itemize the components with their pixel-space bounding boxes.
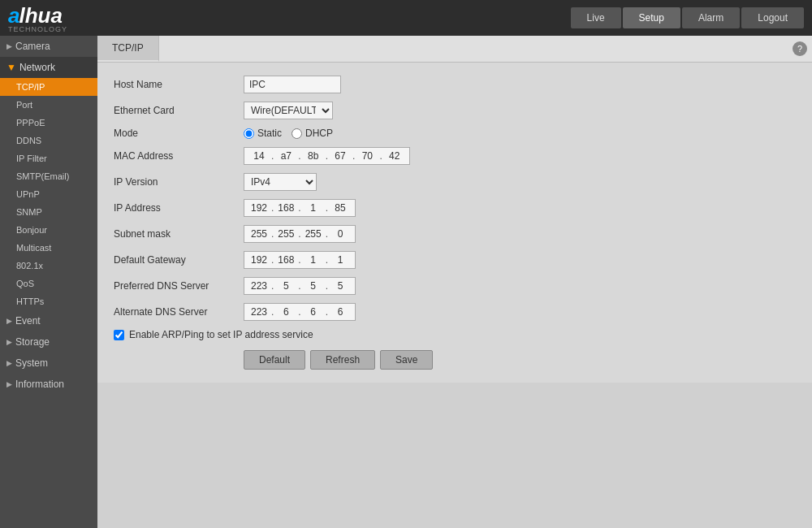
gateway-seg-2[interactable] [302, 254, 325, 266]
ip-address-input: . . . [244, 199, 356, 217]
mac-seg-3[interactable] [329, 150, 352, 162]
mac-seg-1[interactable] [274, 150, 297, 162]
nav-alarm[interactable]: Alarm [682, 7, 740, 28]
ip-address-row: IP Address . . . [114, 199, 796, 217]
pdns-seg-2[interactable] [302, 280, 325, 292]
preferred-dns-control: . . . [244, 277, 356, 295]
nav-logout[interactable]: Logout [741, 7, 804, 28]
ethernet-card-label: Ethernet Card [114, 105, 244, 116]
sidebar-item-camera[interactable]: ▶ Camera [0, 36, 97, 57]
ethernet-card-row: Ethernet Card Wire(DEFAULT) [114, 102, 796, 119]
arp-checkbox[interactable] [114, 330, 124, 340]
subnet-mask-control: . . . [244, 225, 356, 243]
sidebar-item-8021x[interactable]: 802.1x [0, 257, 97, 275]
nav-setup[interactable]: Setup [623, 7, 680, 28]
mode-dhcp-radio[interactable] [292, 128, 302, 139]
subnet-seg-2[interactable] [302, 228, 325, 240]
logo-sub: TECHNOLOGY [8, 25, 67, 33]
sidebar-section-system: ▶ System [0, 353, 97, 374]
sidebar-item-snmp[interactable]: SNMP [0, 203, 97, 221]
mac-control: . . . . . [244, 147, 410, 165]
sidebar-item-bonjour[interactable]: Bonjour [0, 221, 97, 239]
ip-seg-1[interactable] [274, 202, 297, 214]
mac-row: MAC Address . . . . . [114, 147, 796, 165]
mode-label: Mode [114, 128, 244, 139]
default-button[interactable]: Default [244, 350, 305, 370]
content-inner: TCP/IP ? Host Name Ethernet Card [97, 36, 812, 383]
preferred-dns-input: . . . [244, 277, 356, 295]
adns-seg-2[interactable] [302, 306, 325, 318]
host-name-input[interactable] [244, 76, 341, 93]
sidebar-item-tcpip[interactable]: TCP/IP [0, 78, 97, 96]
mac-seg-4[interactable] [356, 150, 378, 162]
pdns-seg-0[interactable] [248, 280, 270, 292]
sidebar-item-storage[interactable]: ▶ Storage [0, 331, 97, 353]
ip-version-select[interactable]: IPv4 [244, 173, 317, 191]
arp-checkbox-label: Enable ARP/Ping to set IP address servic… [129, 329, 313, 340]
adns-seg-0[interactable] [248, 306, 270, 318]
adns-seg-1[interactable] [274, 306, 297, 318]
button-row: Default Refresh Save [114, 350, 796, 370]
subnet-seg-1[interactable] [274, 228, 297, 240]
logo-area: alhua TECHNOLOGY [8, 3, 67, 33]
ip-seg-2[interactable] [302, 202, 325, 214]
gateway-seg-0[interactable] [248, 254, 270, 266]
arrow-icon-information: ▶ [6, 380, 12, 388]
sidebar-item-ipfilter[interactable]: IP Filter [0, 149, 97, 167]
sidebar-item-upnp[interactable]: UPnP [0, 185, 97, 203]
subnet-seg-3[interactable] [329, 228, 352, 240]
mac-input: . . . . . [244, 147, 410, 165]
ip-version-label: IP Version [114, 176, 244, 188]
default-gateway-control: . . . [244, 251, 356, 269]
sidebar-item-qos[interactable]: QoS [0, 275, 97, 292]
mode-static-label[interactable]: Static [244, 128, 282, 139]
refresh-button[interactable]: Refresh [310, 350, 375, 370]
sidebar-item-information[interactable]: ▶ Information [0, 374, 97, 395]
alternate-dns-row: Alternate DNS Server . . . [114, 303, 796, 321]
gateway-seg-3[interactable] [329, 254, 352, 266]
save-button[interactable]: Save [380, 350, 433, 370]
pdns-seg-1[interactable] [274, 280, 297, 292]
ip-version-control: IPv4 [244, 173, 317, 191]
sidebar-item-pppoe[interactable]: PPPoE [0, 114, 97, 132]
nav-live[interactable]: Live [571, 7, 621, 28]
sidebar-item-smtp[interactable]: SMTP(Email) [0, 167, 97, 185]
mac-seg-0[interactable] [248, 150, 270, 162]
mode-dhcp-label[interactable]: DHCP [292, 128, 333, 139]
mode-control: Static DHCP [244, 128, 333, 139]
pdns-seg-3[interactable] [329, 280, 352, 292]
tab-tcpip[interactable]: TCP/IP [97, 36, 159, 62]
sidebar-item-event[interactable]: ▶ Event [0, 310, 97, 331]
host-name-row: Host Name [114, 76, 796, 93]
arrow-icon-system: ▶ [6, 359, 12, 367]
sidebar-item-ddns[interactable]: DDNS [0, 132, 97, 149]
ethernet-card-select[interactable]: Wire(DEFAULT) [244, 102, 333, 119]
ip-seg-3[interactable] [329, 202, 352, 214]
sidebar-section-network: ▼ Network TCP/IP Port PPPoE DDNS IP Filt… [0, 57, 97, 310]
subnet-mask-input: . . . [244, 225, 356, 243]
mode-static-text: Static [257, 128, 282, 139]
adns-seg-3[interactable] [329, 306, 352, 318]
ip-seg-0[interactable] [248, 202, 270, 214]
sidebar-item-system[interactable]: ▶ System [0, 353, 97, 374]
sidebar-item-https[interactable]: HTTPs [0, 292, 97, 310]
main-layout: ▶ Camera ▼ Network TCP/IP Port PPPoE DDN… [0, 36, 812, 528]
ethernet-card-control: Wire(DEFAULT) [244, 102, 333, 119]
host-name-label: Host Name [114, 79, 244, 90]
default-gateway-label: Default Gateway [114, 254, 244, 266]
mode-static-radio[interactable] [244, 128, 254, 139]
sidebar-section-information: ▶ Information [0, 374, 97, 395]
sidebar-item-network[interactable]: ▼ Network [0, 57, 97, 78]
ip-address-label: IP Address [114, 202, 244, 214]
gateway-seg-1[interactable] [274, 254, 297, 266]
sidebar-item-multicast[interactable]: Multicast [0, 239, 97, 257]
subnet-mask-label: Subnet mask [114, 228, 244, 240]
subnet-seg-0[interactable] [248, 228, 270, 240]
mac-seg-5[interactable] [383, 150, 406, 162]
mac-seg-2[interactable] [302, 150, 325, 162]
header: alhua TECHNOLOGY Live Setup Alarm Logout [0, 0, 812, 36]
sidebar-item-port[interactable]: Port [0, 96, 97, 114]
help-icon[interactable]: ? [793, 41, 807, 56]
logo: alhua TECHNOLOGY [8, 3, 67, 33]
default-gateway-input: . . . [244, 251, 356, 269]
